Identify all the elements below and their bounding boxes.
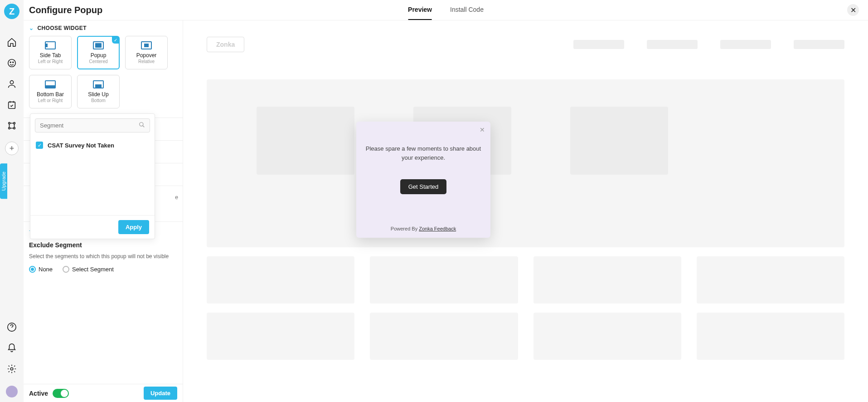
radio-icon (63, 266, 69, 273)
svg-rect-4 (9, 102, 15, 109)
user-avatar[interactable] (6, 386, 18, 397)
segment-item[interactable]: ✓ CSAT Survey Not Taken (30, 137, 155, 156)
tasks-icon[interactable] (7, 100, 17, 110)
preview-fake-logo: Zonka (207, 37, 244, 52)
radio-select-segment[interactable]: Select Segment (63, 266, 114, 273)
check-icon: ✓ (112, 36, 119, 44)
help-icon[interactable] (7, 322, 17, 332)
widget-thumb-icon (141, 41, 152, 49)
section-choose-widget[interactable]: ⌄ CHOOSE WIDGET (24, 20, 183, 36)
preview-fake-card (257, 107, 354, 175)
widget-popup[interactable]: ✓ Popup Centered (77, 36, 120, 69)
svg-point-2 (13, 62, 14, 63)
preview-fake-header: Zonka (207, 37, 844, 52)
contacts-icon[interactable] (7, 79, 17, 89)
surveys-icon[interactable] (7, 58, 17, 68)
preview-fake-row (207, 313, 844, 360)
active-toggle[interactable] (53, 389, 69, 398)
preview-fake-card (570, 107, 668, 175)
widget-thumb-icon (45, 41, 56, 49)
preview-fake-tile (533, 256, 681, 304)
search-icon (139, 122, 145, 129)
widget-thumb-icon (93, 80, 104, 88)
header-tabs: Preview Install Code (408, 0, 484, 20)
radio-label: None (39, 266, 53, 273)
segment-search[interactable] (35, 118, 150, 132)
powered-text: Powered By (391, 226, 419, 231)
section-label: CHOOSE WIDGET (37, 25, 87, 31)
exclude-title: Exclude Segment (29, 241, 177, 249)
chevron-down-icon: ⌄ (29, 25, 34, 31)
preview-fake-row (207, 256, 844, 304)
widget-side-tab[interactable]: Side Tab Left or Right (29, 36, 72, 69)
preview-fake-tile (207, 256, 354, 304)
widget-sub: Left or Right (38, 98, 63, 103)
preview-fake-tile (697, 256, 844, 304)
preview-area: Zonka ✕ Please spare a few moments to sh… (183, 20, 868, 402)
widget-title: Bottom Bar (37, 91, 64, 98)
popup-message: Please spare a few moments to share abou… (365, 144, 481, 162)
active-label: Active (29, 390, 48, 397)
widget-sub: Relative (138, 59, 155, 64)
widget-thumb-icon (45, 80, 56, 88)
tab-preview[interactable]: Preview (408, 0, 432, 20)
preview-fake-nav-item (573, 40, 624, 49)
svg-point-11 (140, 123, 143, 126)
preview-fake-tile (697, 313, 844, 360)
svg-point-7 (9, 127, 10, 129)
radio-none[interactable]: None (29, 266, 53, 273)
tab-install-code[interactable]: Install Code (450, 0, 484, 20)
exclude-segment-block: Exclude Segment Select the segments to w… (24, 234, 183, 276)
checkbox-checked-icon: ✓ (36, 142, 43, 149)
preview-fake-nav-item (647, 40, 698, 49)
svg-point-10 (10, 368, 13, 370)
preview-fake-nav-item (794, 40, 844, 49)
svg-point-3 (10, 81, 13, 84)
svg-point-1 (10, 62, 11, 63)
svg-point-6 (14, 123, 15, 124)
powered-link[interactable]: Zonka Feedback (419, 226, 456, 231)
widget-bottom-bar[interactable]: Bottom Bar Left or Right (29, 75, 72, 108)
popup-close-icon[interactable]: ✕ (480, 126, 485, 133)
brand-logo[interactable]: Z (4, 4, 19, 19)
segment-dropdown: ✓ CSAT Survey Not Taken Apply (30, 113, 155, 239)
preview-fake-tile (370, 256, 518, 304)
preview-fake-tile (533, 313, 681, 360)
nav-rail: Z + (0, 0, 24, 402)
apply-button[interactable]: Apply (118, 220, 149, 234)
segment-item-label: CSAT Survey Not Taken (48, 142, 114, 149)
popup-preview: ✕ Please spare a few moments to share ab… (356, 122, 490, 238)
page-header: Configure Popup Preview Install Code ✕ (24, 0, 868, 20)
add-button[interactable]: + (5, 142, 19, 155)
exclude-desc: Select the segments to which this popup … (29, 252, 177, 260)
config-footer: Active Update (24, 384, 183, 402)
powered-by: Powered By Zonka Feedback (365, 226, 481, 231)
widget-title: Popup (91, 52, 107, 59)
radio-label: Select Segment (72, 266, 114, 273)
truncated-text: e (175, 194, 178, 201)
close-button[interactable]: ✕ (847, 4, 859, 16)
get-started-button[interactable]: Get Started (400, 179, 446, 194)
preview-fake-hero: ✕ Please spare a few moments to share ab… (207, 79, 844, 247)
preview-fake-tile (370, 313, 518, 360)
preview-fake-nav-item (720, 40, 771, 49)
widget-grid: Side Tab Left or Right ✓ Popup Centered … (24, 36, 183, 116)
widget-title: Side Tab (40, 52, 61, 59)
widget-slide-up[interactable]: Slide Up Bottom (77, 75, 120, 108)
workflows-icon[interactable] (7, 121, 17, 131)
widget-sub: Bottom (91, 98, 106, 103)
home-icon[interactable] (7, 37, 17, 47)
settings-icon[interactable] (7, 364, 17, 374)
svg-point-5 (9, 123, 10, 124)
update-button[interactable]: Update (144, 387, 177, 400)
segment-search-input[interactable] (40, 122, 139, 129)
page-title: Configure Popup (29, 5, 102, 15)
radio-icon (29, 266, 36, 273)
notifications-icon[interactable] (7, 343, 17, 353)
svg-point-8 (14, 127, 15, 129)
upgrade-tag[interactable]: Upgrade (0, 163, 7, 199)
widget-popover[interactable]: Popover Relative (125, 36, 168, 69)
widget-sub: Centered (89, 59, 107, 64)
widget-title: Slide Up (88, 91, 108, 98)
widget-title: Popover (136, 52, 157, 59)
